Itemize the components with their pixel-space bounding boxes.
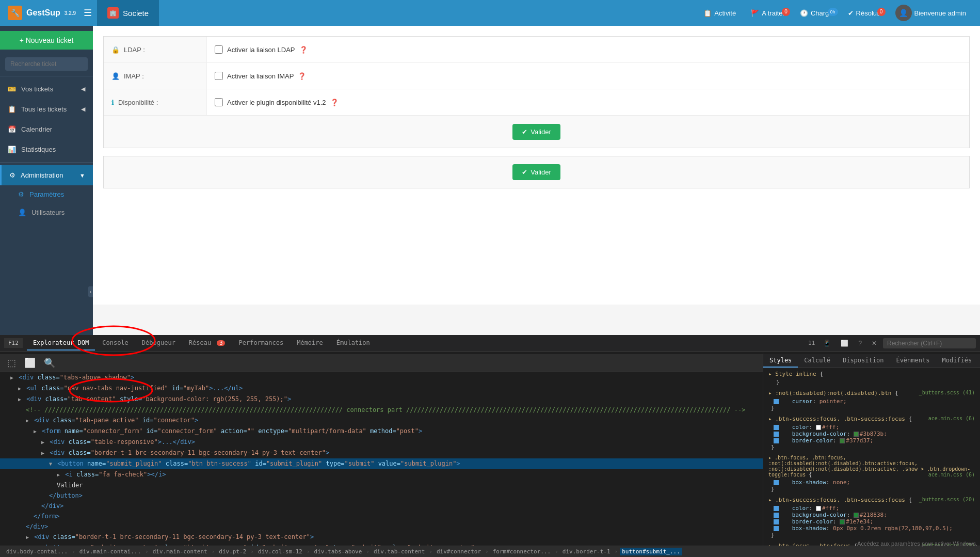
dom-line[interactable]: </button> xyxy=(0,490,763,501)
breadcrumb-item[interactable]: div.body-contai... xyxy=(4,548,70,555)
ldap-checkbox[interactable] xyxy=(215,45,223,54)
breadcrumb-item[interactable]: div.border-t-1 xyxy=(560,548,613,555)
sidebar-item-vos-tickets[interactable]: 🎫 Vos tickets ◀ xyxy=(0,79,93,99)
ldap-icon: 🔒 xyxy=(111,46,120,54)
layout-tab[interactable]: Disposition xyxy=(837,354,890,368)
style-checkbox[interactable] xyxy=(774,438,779,443)
breadcrumb-item[interactable]: div.main-contai... xyxy=(77,548,143,555)
new-ticket-button[interactable]: + Nouveau ticket xyxy=(0,31,93,50)
computed-tab[interactable]: Calculé xyxy=(798,354,837,368)
sidebar-item-calendrier[interactable]: 📅 Calendrier xyxy=(0,119,93,139)
style-checkbox[interactable] xyxy=(774,526,779,531)
style-checkbox[interactable] xyxy=(774,506,779,511)
sidebar-item-administration[interactable]: ⚙ Administration ▼ xyxy=(0,165,93,185)
breadcrumb-item[interactable]: div#connector xyxy=(435,548,483,555)
triangle-icon: ▶ xyxy=(18,386,21,391)
breadcrumb-item[interactable]: div.pt-2 xyxy=(217,548,248,555)
style-checkbox[interactable] xyxy=(774,425,779,430)
check-icon-2: ✔ xyxy=(522,168,527,176)
sidebar-sub-item-parametres[interactable]: ⚙ Paramètres xyxy=(0,185,93,203)
imap-checkbox[interactable] xyxy=(215,72,223,80)
disponibilite-icon: ℹ xyxy=(111,99,114,106)
sidebar-sub-label-utilisateurs: Utilisateurs xyxy=(31,209,65,216)
style-checkbox[interactable] xyxy=(774,480,779,485)
tickets-icon: 📋 xyxy=(8,105,16,113)
dom-line[interactable]: ▶ <form name="connector_form" id="connec… xyxy=(0,426,763,437)
style-checkbox[interactable] xyxy=(774,399,779,404)
a-traiter-button[interactable]: 🚩 A traiter 0 xyxy=(745,7,791,20)
sidebar-item-statistiques[interactable]: 📊 Statistiques xyxy=(0,139,93,160)
disponibilite-help-icon[interactable]: ❓ xyxy=(330,99,339,106)
search-input[interactable] xyxy=(5,57,88,71)
devtools-tab-console[interactable]: Console xyxy=(96,336,135,351)
dom-line[interactable]: <!-- ///////////////////////////////////… xyxy=(0,405,763,415)
imap-checkbox-label: Activer la liaison IMAP xyxy=(227,72,294,80)
devtools-help-btn[interactable]: ? xyxy=(855,338,865,348)
breadcrumb-item-active[interactable]: button#submit_... xyxy=(620,548,682,555)
brand: 🔧 GestSup 3.2.9 xyxy=(8,6,76,20)
dom-line-selected[interactable]: ▼ <button name="submit_plugin" class="bt… xyxy=(0,458,763,469)
dom-line[interactable]: </div> xyxy=(0,501,763,511)
events-tab[interactable]: Évènments xyxy=(890,354,936,368)
changes-tab[interactable]: Modifiés xyxy=(936,354,978,368)
breadcrumb-item[interactable]: div.col-sm-12 xyxy=(256,548,304,555)
calendar-icon: 📅 xyxy=(8,125,16,133)
style-checkbox[interactable] xyxy=(774,513,779,518)
dom-line[interactable]: </form> xyxy=(0,511,763,521)
devtools-tab-debugger[interactable]: Débogueur xyxy=(136,336,182,351)
breadcrumb-item[interactable]: div.tab-content xyxy=(372,548,427,555)
devtools-device-btn[interactable]: 📱 xyxy=(820,338,834,348)
devtools-tab-network[interactable]: Réseau 3 xyxy=(183,336,232,351)
imap-help-icon[interactable]: ❓ xyxy=(298,72,306,80)
dom-search-btn[interactable]: 🔍 xyxy=(41,356,58,370)
devtools-tab-dom[interactable]: Explorateur DOM xyxy=(27,336,95,351)
style-checkbox[interactable] xyxy=(774,519,779,524)
check-icon: ✔ xyxy=(848,9,854,17)
validate-button-2[interactable]: ✔ Valider xyxy=(512,164,560,180)
dom-line[interactable]: ▶ <ul class="nav nav-tabs nav-justified"… xyxy=(0,383,763,394)
a-traiter-badge: 0 xyxy=(782,8,790,16)
devtools-close-btn[interactable]: ✕ xyxy=(868,338,880,348)
company-tab[interactable]: 🏢 Societe xyxy=(97,0,159,26)
validate-button-1[interactable]: ✔ Valider xyxy=(512,124,560,140)
dom-line[interactable]: ▶ <div class="border-t-1 brc-secondary-1… xyxy=(0,532,763,543)
imap-field: Activer la liaison IMAP ❓ xyxy=(207,67,314,85)
breadcrumb-item[interactable]: div.tabs-above xyxy=(312,548,364,555)
hamburger-icon[interactable]: ☰ xyxy=(84,7,92,19)
dom-line[interactable]: ▶ <div class="tab-pane active" id="conne… xyxy=(0,415,763,426)
dom-select-btn[interactable]: ⬚ xyxy=(4,356,19,370)
charge-button[interactable]: 🕐 Charge 0h xyxy=(794,7,839,20)
sidebar-item-tous-tickets[interactable]: 📋 Tous les tickets ◀ xyxy=(0,99,93,119)
style-rule-btn-success-focus-2: ▸ .btn-success:focus, .btn-success:focus… xyxy=(768,497,975,538)
dom-toggle-btn[interactable]: ⬜ xyxy=(21,356,39,370)
devtools-body: ⬚ ⬜ 🔍 ▶ <div class="tabs-above shadow"> … xyxy=(0,352,980,546)
dom-line[interactable]: ▶ <div class="tabs-above shadow"> xyxy=(0,372,763,383)
resolu-button[interactable]: ✔ Résolus 0 xyxy=(842,7,887,20)
devtools-search-input[interactable] xyxy=(883,338,976,348)
dom-line[interactable]: ▶ <i class="fa fa-check"></i> xyxy=(0,469,763,480)
activite-button[interactable]: 📋 Activité xyxy=(697,7,742,20)
user-menu[interactable]: 👤 Bienvenue admin xyxy=(889,2,972,24)
breadcrumb-item[interactable]: form#connector... xyxy=(491,548,553,555)
devtools-tab-memory[interactable]: Mémoire xyxy=(291,336,329,351)
dom-line[interactable]: ▶ <div class="table-responsive">...</div… xyxy=(0,437,763,448)
breadcrumb-item[interactable]: div.main-content xyxy=(151,548,210,555)
style-checkbox[interactable] xyxy=(774,432,779,437)
admin-icon: ⚙ xyxy=(9,171,15,179)
color-swatch xyxy=(854,432,859,437)
devtools-tab-perf[interactable]: Performances xyxy=(232,336,290,351)
dom-line[interactable]: ▶ <div class="border-t-1 brc-secondary-1… xyxy=(0,448,763,458)
resolu-label: Résolus xyxy=(856,9,880,17)
color-swatch xyxy=(816,425,821,430)
devtools-screenshot-btn[interactable]: ⬜ xyxy=(837,338,852,348)
sidebar-sub-item-utilisateurs[interactable]: 👤 Utilisateurs xyxy=(0,203,93,221)
styles-tab[interactable]: Styles xyxy=(763,354,798,368)
dom-line[interactable]: </div> xyxy=(0,521,763,532)
devtools-tab-emulation[interactable]: Émulation xyxy=(330,336,376,351)
triangle-icon: ▶ xyxy=(41,439,44,445)
disponibilite-checkbox[interactable] xyxy=(215,98,223,106)
dom-line[interactable]: ▶ <div class="tab-content" style="backgr… xyxy=(0,394,763,405)
dom-line[interactable]: Valider xyxy=(0,480,763,490)
ldap-help-icon[interactable]: ❓ xyxy=(299,46,308,54)
brand-version: 3.2.9 xyxy=(65,10,76,16)
